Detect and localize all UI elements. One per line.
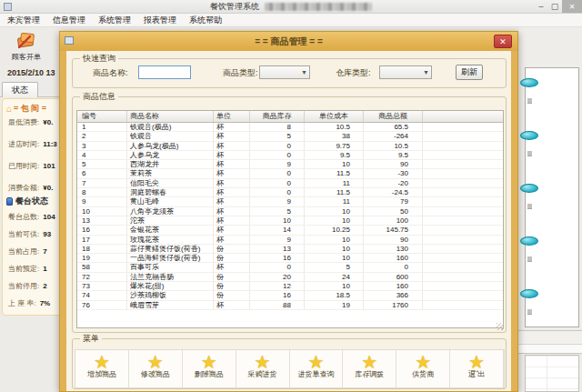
- quick-query-group: 快速查询 商品名称: 商品类型: ▼ 仓库类型: ▼ 刷新: [72, 58, 507, 88]
- table-cell: 杯: [214, 151, 250, 159]
- table-cell: 50: [364, 207, 423, 216]
- menu-action-button[interactable]: ★••修改商品: [129, 350, 183, 387]
- menu-item[interactable]: 系统帮助: [189, 15, 222, 26]
- table-cell: 12: [250, 282, 305, 290]
- menu-action-button[interactable]: ★••增加商品: [75, 350, 129, 387]
- close-window-button[interactable]: ✕: [562, 0, 582, 13]
- datetime-text: 2015/2/10 13: [7, 68, 55, 77]
- menu-bar: 来宾管理信息管理系统管理报表管理系统帮助: [0, 14, 582, 27]
- table-row[interactable]: 16金银花茶杯1410.25145.75: [77, 226, 503, 235]
- menu-item[interactable]: 报表管理: [144, 15, 176, 26]
- menu-action-button[interactable]: ★••退 出: [450, 350, 504, 387]
- table-cell-filler: [423, 226, 503, 234]
- teapot-icon: [520, 289, 538, 298]
- status-field: 进店时间:11:3: [8, 139, 57, 151]
- table-row[interactable]: 2铁观音杯538-264: [77, 132, 503, 141]
- menu-action-button[interactable]: ★••供货商: [396, 350, 450, 387]
- table-cell: 5: [305, 263, 364, 271]
- product-name-label: 商品名称:: [93, 67, 128, 79]
- warehouse-type-select[interactable]: ▼: [379, 65, 432, 79]
- table-cell: 10: [77, 207, 127, 216]
- column-header[interactable]: 单位: [214, 111, 250, 122]
- column-header[interactable]: 编号: [77, 111, 127, 122]
- table-cell: 0: [250, 142, 305, 150]
- table-cell: 0: [250, 188, 305, 196]
- table-cell: 沙茶鸡柳饭: [127, 291, 214, 299]
- table-status-icon: [6, 197, 13, 206]
- table-cell: 杯: [214, 132, 250, 140]
- table-cell-filler: [423, 301, 503, 309]
- table-cell: 90: [364, 160, 423, 168]
- menu-action-button[interactable]: ★••采购进货: [236, 350, 290, 387]
- table-cell: 10: [305, 282, 364, 290]
- table-row[interactable]: 1铁观音(极品)杯810.565.5: [77, 123, 503, 132]
- table-cell: 16: [77, 226, 127, 234]
- table-cell: 72: [77, 273, 127, 281]
- table-row[interactable]: 8洞庭碧螺春杯011.5-24.5: [77, 188, 503, 197]
- table-cell-filler: [423, 169, 503, 177]
- table-row[interactable]: 76峨眉雪芽杯88191760: [77, 301, 503, 310]
- table-row[interactable]: 73爆米花(甜)份1210160: [77, 282, 503, 291]
- product-name-input[interactable]: [138, 65, 191, 79]
- table-row[interactable]: 17玫瑰花茶杯91090: [77, 236, 503, 245]
- menu-item[interactable]: 系统管理: [98, 15, 131, 26]
- table-row[interactable]: 13沱茶杯1010100: [77, 216, 503, 226]
- menu-action-button[interactable]: ★••删除商品: [183, 350, 236, 387]
- table-row[interactable]: 18蒜仔黄鳝煲仔饭(荷香)份1310130: [77, 245, 503, 254]
- minimize-button[interactable]: –: [535, 0, 547, 13]
- dialog-close-button[interactable]: ✕: [494, 35, 512, 48]
- tab-status[interactable]: 状态: [2, 82, 38, 97]
- column-header[interactable]: 商品总额: [364, 111, 423, 122]
- table-row[interactable]: 9黄山毛峰杯91179: [77, 197, 503, 206]
- table-cell: 信阳毛尖: [127, 179, 214, 187]
- table-cell: 38: [305, 132, 364, 140]
- table-cell: 100: [364, 216, 423, 225]
- table-cell: 份: [214, 282, 250, 290]
- table-row[interactable]: 19一品海鲜煲仔饭(荷香)份1610160: [77, 254, 503, 263]
- refresh-button[interactable]: 刷新: [456, 65, 483, 80]
- column-header[interactable]: 单位成本: [305, 111, 364, 122]
- resize-grip-icon[interactable]: [497, 323, 504, 330]
- table-cell: 20: [250, 273, 305, 281]
- table-cell: 洞庭碧螺春: [127, 188, 214, 196]
- table-cell: 八角亭龙须茶: [127, 207, 214, 216]
- table-row[interactable]: 5西湖龙井杯91090: [77, 160, 503, 169]
- table-row[interactable]: 72法兰克福香肠份2024600: [77, 273, 503, 282]
- status-field: 当前预定:1: [8, 264, 55, 276]
- menu-group-title: 菜单: [80, 333, 102, 345]
- table-cell: 160: [364, 282, 423, 290]
- menu-item[interactable]: 来宾管理: [7, 15, 40, 26]
- list-item-mark: [527, 204, 532, 209]
- table-cell-filler: [423, 179, 503, 187]
- product-table[interactable]: 编号商品名称单位商品库存单位成本商品总额 1铁观音(极品)杯810.565.52…: [76, 110, 504, 328]
- menu-item[interactable]: 信息管理: [53, 15, 85, 26]
- table-cell: 9.5: [305, 151, 364, 159]
- table-row[interactable]: 3人参乌龙(极品)杯09.7510.5: [77, 142, 503, 151]
- table-cell: 7: [77, 179, 127, 187]
- menu-action-button[interactable]: ★••库存调拨: [343, 350, 396, 387]
- background-grid-panel: [525, 355, 579, 392]
- table-status-fields: 餐台总数:104当前可供:93当前占用:7当前预定:1当前停用:2上 座 率:7…: [8, 212, 55, 316]
- table-cell: 9: [250, 236, 305, 244]
- product-type-select[interactable]: ▼: [259, 65, 310, 79]
- table-cell: 杯: [214, 216, 250, 225]
- column-header[interactable]: 商品名称: [127, 111, 214, 122]
- product-management-dialog: = = 商品管理 = = ✕ 快速查询 商品名称: 商品类型: ▼ 仓库类型: …: [59, 31, 518, 392]
- table-cell: 65.5: [364, 123, 423, 131]
- table-row[interactable]: 10八角亭龙须茶杯51050: [77, 207, 503, 216]
- menu-action-button[interactable]: ★••进货单查询: [290, 350, 344, 387]
- table-cell: 10: [305, 254, 364, 262]
- table-row[interactable]: 6茉莉茶杯011.5-30: [77, 169, 503, 178]
- table-row[interactable]: 58百事可乐杯050: [77, 263, 503, 272]
- open-order-button[interactable]: 顾客开单: [5, 28, 47, 66]
- table-row[interactable]: 7信阳毛尖杯011-20: [77, 179, 503, 188]
- table-row[interactable]: 74沙茶鸡柳饭份1618.5366: [77, 291, 503, 300]
- table-cell: -20: [364, 179, 423, 187]
- maximize-button[interactable]: ▢: [548, 0, 561, 13]
- screen: 餐饮管理系统 – ▢ ✕ 来宾管理信息管理系统管理报表管理系统帮助 顾客开单: [0, 0, 582, 392]
- table-cell: 16: [250, 254, 305, 262]
- warehouse-type-label: 仓库类型:: [336, 67, 371, 79]
- column-header[interactable]: 商品库存: [250, 111, 305, 122]
- table-cell: 1760: [364, 301, 423, 309]
- table-row[interactable]: 4人参乌龙杯09.59.5: [77, 151, 503, 160]
